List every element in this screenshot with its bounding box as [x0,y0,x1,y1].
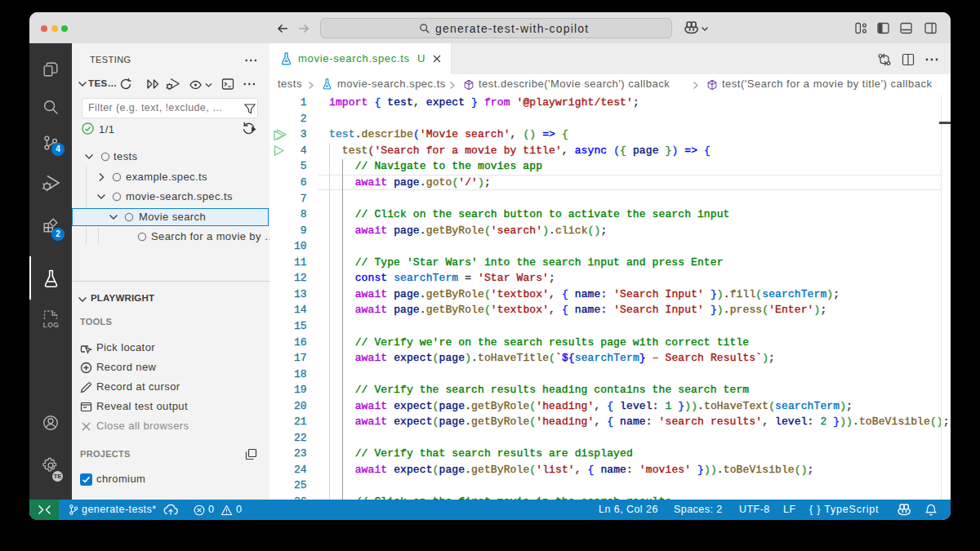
svg-text:LOG: LOG [43,321,60,329]
